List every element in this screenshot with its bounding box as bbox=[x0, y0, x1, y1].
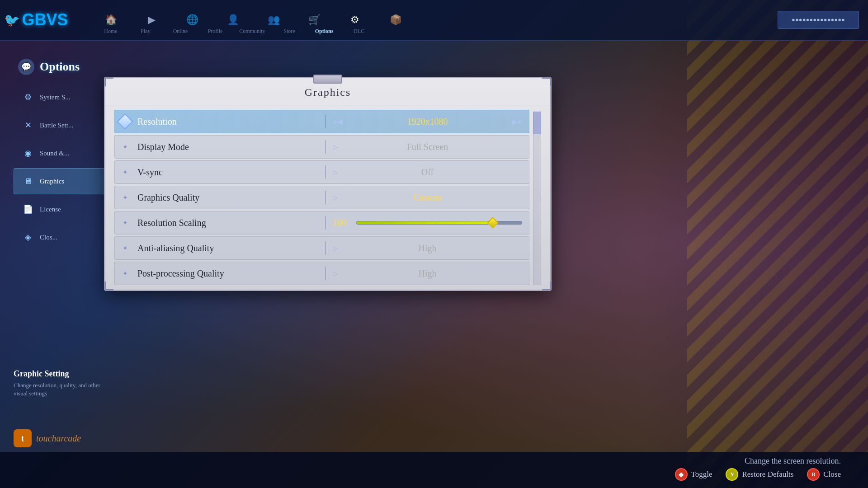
graphic-settings-description: Graphic Setting Change resolution, quali… bbox=[14, 369, 108, 398]
scrollbar[interactable] bbox=[533, 112, 541, 285]
system-icon: ⚙ bbox=[21, 90, 35, 104]
topbar: 🐦 GBVS 🏠 ▶ 🌐 👤 👥 🛒 ⚙ 📦 Home Play Online … bbox=[0, 0, 868, 41]
graphic-settings-title: Graphic Setting bbox=[14, 369, 108, 379]
nav-label-community: Community bbox=[239, 28, 266, 35]
toucharcade-icon: t bbox=[14, 429, 32, 447]
dialog-corner-bl bbox=[104, 282, 113, 291]
settings-list: Resolution ◈◀ 868x488 ▶◈ ✦ Display Mod… bbox=[114, 110, 529, 285]
toucharcade-icon-text: t bbox=[21, 433, 24, 444]
resolution-arrow-right-icon: ▶◈ bbox=[512, 118, 522, 126]
resolution-scaling-label: Resolution Scaling bbox=[135, 218, 325, 228]
scrollbar-thumb[interactable] bbox=[533, 112, 541, 134]
postprocessing-arrow-left-icon: ▷ bbox=[333, 270, 338, 277]
control-restore: Y Restore Defaults bbox=[726, 468, 793, 481]
bottom-controls: ◆ Toggle Y Restore Defaults B Close bbox=[675, 468, 841, 481]
sidebar-title: 💬 Options bbox=[14, 59, 108, 75]
graphics-quality-value: Custom bbox=[413, 192, 441, 203]
restore-button-label: Restore Defaults bbox=[742, 470, 793, 479]
display-mode-value-area: ▷ Full Screen bbox=[326, 142, 529, 152]
bottom-hint: Change the screen resolution. bbox=[745, 456, 841, 466]
resolution-row[interactable]: Resolution ◈◀ 868x488 ▶◈ bbox=[114, 110, 529, 133]
sound-icon: ◉ bbox=[21, 146, 35, 160]
postprocessing-value-area: ▷ High bbox=[326, 268, 529, 279]
nav-labels: Home Play Online Profile Community Store… bbox=[99, 28, 370, 35]
postprocessing-icon-area: ✦ bbox=[115, 270, 135, 277]
graphics-quality-icon-area: ✦ bbox=[115, 194, 135, 202]
bottom-hint-text: Change the screen resolution. bbox=[745, 456, 841, 465]
resolution-scaling-value: 100 bbox=[333, 218, 351, 228]
vsync-row[interactable]: ✦ V-sync ▷ Off bbox=[114, 160, 529, 184]
nav-label-dlc: DLC bbox=[348, 28, 370, 35]
sidebar-item-license-label: License bbox=[40, 206, 61, 213]
close-button-label: Close bbox=[823, 470, 841, 479]
sidebar-item-battle[interactable]: ✕ Battle Sett... bbox=[14, 112, 108, 138]
graphics-dialog: Graphics Resolution ◈◀ 868x488 ▶◈ ✦ Di… bbox=[104, 77, 552, 291]
display-mode-icon-area: ✦ bbox=[115, 143, 135, 151]
graphics-icon: 🖥 bbox=[21, 174, 35, 188]
display-mode-label: Display Mode bbox=[135, 142, 325, 152]
sidebar-item-sound[interactable]: ◉ Sound &... bbox=[14, 140, 108, 166]
nav-dlc[interactable]: 📦 bbox=[384, 9, 407, 31]
resolution-diamond-icon bbox=[117, 113, 133, 130]
nav-label-profile: Profile bbox=[204, 28, 226, 35]
graphic-settings-subtitle: Change resolution, quality, and other vi… bbox=[14, 381, 108, 398]
sidebar-item-system[interactable]: ⚙ System S... bbox=[14, 84, 108, 110]
resolution-arrow-left-icon: ◈◀ bbox=[333, 118, 343, 126]
options-icon: 💬 bbox=[18, 59, 34, 75]
nav-label-play: Play bbox=[134, 28, 157, 35]
graphics-quality-arrow-left-icon: ▷ bbox=[333, 194, 338, 202]
display-mode-arrow-left-icon: ▷ bbox=[333, 143, 338, 151]
resolution-scaling-slider-container: 100 bbox=[326, 218, 529, 228]
nav-label-options: Options bbox=[313, 28, 335, 35]
resolution-scaling-fill bbox=[357, 221, 497, 224]
antialiasing-arrow-left-icon: ▷ bbox=[333, 244, 338, 252]
close-button-icon[interactable]: B bbox=[807, 468, 820, 481]
toggle-button-icon[interactable]: ◆ bbox=[675, 468, 688, 481]
vsync-value: Off bbox=[421, 167, 434, 178]
bottom-bar: Change the screen resolution. ◆ Toggle Y… bbox=[0, 452, 868, 488]
logo-bird-icon: 🐦 bbox=[4, 13, 20, 28]
sidebar-item-close[interactable]: ◈ Clos... bbox=[14, 224, 108, 250]
nav-label-store: Store bbox=[278, 28, 301, 35]
antialiasing-icon-area: ✦ bbox=[115, 244, 135, 252]
dialog-corner-br bbox=[542, 282, 551, 291]
postprocessing-row[interactable]: ✦ Post-processing Quality ▷ High bbox=[114, 262, 529, 285]
close-sidebar-icon: ◈ bbox=[21, 230, 35, 244]
resolution-scaling-track[interactable] bbox=[356, 221, 522, 225]
vsync-label: V-sync bbox=[135, 167, 325, 178]
sidebar-item-license[interactable]: 📄 License bbox=[14, 196, 108, 222]
dialog-corner-tl bbox=[104, 77, 113, 86]
postprocessing-value: High bbox=[419, 268, 437, 279]
resolution-scaling-thumb[interactable] bbox=[487, 217, 499, 228]
sidebar-title-text: Options bbox=[40, 60, 80, 74]
user-text: ●●●●●●●●●●●●●●● bbox=[792, 16, 845, 23]
logo[interactable]: 🐦 GBVS bbox=[9, 4, 63, 36]
dialog-title: Graphics bbox=[105, 78, 550, 105]
graphics-quality-row[interactable]: ✦ Graphics Quality ▷ Custom bbox=[114, 186, 529, 209]
sidebar-item-graphics[interactable]: 🖥 Graphics bbox=[14, 168, 108, 194]
nav-right: ●●●●●●●●●●●●●●● bbox=[778, 11, 859, 29]
logo-text: GBVS bbox=[22, 10, 68, 29]
antialiasing-label: Anti-aliasing Quality bbox=[135, 243, 325, 253]
bg-right-panel bbox=[642, 0, 868, 488]
antialiasing-row[interactable]: ✦ Anti-aliasing Quality ▷ High bbox=[114, 236, 529, 260]
sidebar: 💬 Options ⚙ System S... ✕ Battle Sett...… bbox=[14, 59, 108, 252]
resolution-label: Resolution bbox=[135, 117, 325, 127]
user-display[interactable]: ●●●●●●●●●●●●●●● bbox=[778, 11, 859, 29]
display-mode-value: Full Screen bbox=[407, 142, 448, 152]
vsync-icon-area: ✦ bbox=[115, 169, 135, 176]
sidebar-item-battle-label: Battle Sett... bbox=[40, 122, 73, 129]
resolution-scaling-icon-area: ✦ bbox=[115, 219, 135, 227]
graphics-quality-label: Graphics Quality bbox=[135, 192, 325, 203]
control-toggle: ◆ Toggle bbox=[675, 468, 712, 481]
resolution-scaling-row[interactable]: ✦ Resolution Scaling 100 bbox=[114, 211, 529, 235]
resolution-row-icon-area bbox=[115, 116, 135, 127]
vsync-arrow-left-icon: ▷ bbox=[333, 169, 338, 176]
sidebar-item-system-label: System S... bbox=[40, 94, 71, 101]
display-mode-row[interactable]: ✦ Display Mode ▷ Full Screen bbox=[114, 135, 529, 159]
graphics-quality-value-area: ▷ Custom bbox=[326, 192, 529, 203]
toucharcade-text: toucharcade bbox=[36, 433, 81, 444]
sidebar-item-close-label: Clos... bbox=[40, 234, 57, 241]
vsync-value-area: ▷ Off bbox=[326, 167, 529, 178]
restore-button-icon[interactable]: Y bbox=[726, 468, 738, 481]
